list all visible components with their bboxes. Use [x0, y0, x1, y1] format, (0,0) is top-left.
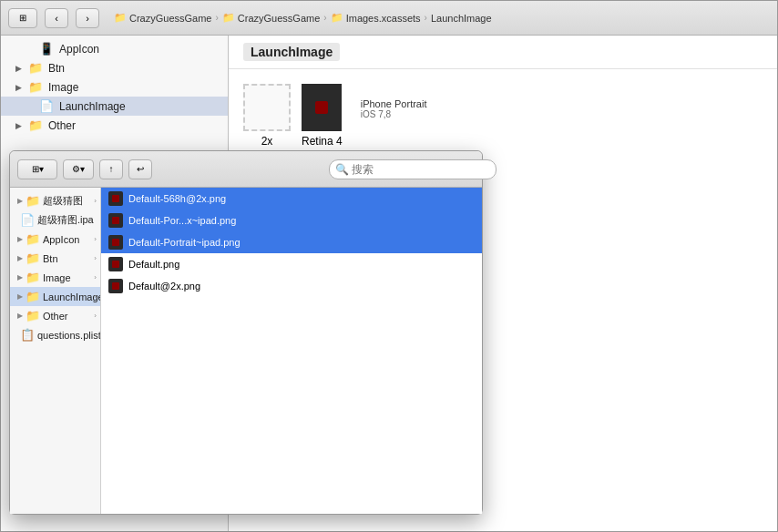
finder-label-launchimage: LaunchImage: [43, 292, 101, 302]
finder-item-image[interactable]: ▶ 📁 Image ›: [10, 268, 100, 287]
finder-left-panel: ▶ 📁 超级猜图 › 📄 超级猜图.ipa ▶ 📁 AppIcon ›: [10, 188, 101, 514]
folder-icon-chaoji: 📁: [26, 194, 40, 208]
page-title: LaunchImage: [243, 43, 340, 61]
finder-file-3[interactable]: Default-Portrait~ipad.png: [101, 231, 482, 253]
file-name-2: Default-Por...x~ipad.png: [128, 215, 236, 226]
folder-icon-launch: 📁: [26, 290, 40, 303]
arr-icon-5: ▶: [17, 273, 23, 281]
finder-item-launchimage[interactable]: ▶ 📁 LaunchImage ›: [10, 287, 100, 306]
arr-icon-6: ▶: [17, 292, 23, 301]
sidebar-item-launchimage[interactable]: 📄 LaunchImage: [1, 97, 228, 116]
finder-file-2[interactable]: Default-Por...x~ipad.png: [101, 210, 482, 231]
breadcrumb-sep-2: ›: [323, 13, 326, 23]
folder-icon-2: 📁: [222, 12, 235, 24]
file-icon-img-5: [108, 279, 123, 293]
sidebar-item-image[interactable]: ▶ 📁 Image: [1, 77, 228, 97]
placeholder-iphone78-2x: [243, 84, 291, 131]
dark-iphone78-retina4: [302, 84, 342, 131]
folder-icon: 📁: [114, 12, 127, 24]
sidebar-label-btn: Btn: [48, 62, 65, 75]
folder-icon-image: 📁: [26, 271, 40, 284]
breadcrumb: 📁 CrazyGuessGame › 📁 CrazyGuessGame › 📁 …: [114, 12, 492, 24]
share-icon: ↑: [109, 164, 114, 174]
finder-item-questions[interactable]: 📋 questions.plist: [10, 325, 100, 344]
folder-icon-3: 📁: [331, 12, 343, 24]
sidebar-item-appicon[interactable]: 📱 AppIcon: [1, 39, 228, 58]
appicon-icon: 📱: [39, 42, 54, 56]
file-icon-inner-3: [112, 239, 119, 246]
file-icon-img-2: [108, 213, 123, 228]
file-icon-plist: 📋: [20, 328, 35, 342]
finder-path-button[interactable]: ↩: [128, 159, 152, 179]
finder-item-other[interactable]: ▶ 📁 Other ›: [10, 306, 100, 325]
main-header: LaunchImage: [229, 36, 777, 69]
finder-gear-button[interactable]: ⚙▾: [63, 159, 94, 179]
breadcrumb-sep-1: ›: [215, 13, 218, 23]
right-arr-icon-3: ›: [94, 254, 97, 262]
arr-icon-4: ▶: [17, 254, 23, 262]
sidebar-label-appicon: AppIcon: [59, 43, 99, 56]
iphone78-retina4-label: Retina 4: [302, 135, 343, 148]
dark-inner-icon: [315, 101, 328, 114]
file-icon-img-1: [108, 191, 123, 206]
breadcrumb-item-2[interactable]: 📁 CrazyGuessGame: [222, 12, 320, 24]
breadcrumb-item-3[interactable]: 📁 Images.xcassets: [331, 12, 421, 24]
iphone-portrait-label: iPhone Portrait: [361, 98, 427, 109]
iphone78-2x-label: 2x: [261, 135, 273, 148]
path-icon: ↩: [137, 164, 144, 174]
file-name-5: Default@2x.png: [128, 281, 200, 292]
finder-item-btn[interactable]: ▶ 📁 Btn ›: [10, 249, 100, 268]
file-icon-inner-5: [112, 282, 119, 290]
sidebar-label-other: Other: [48, 119, 76, 132]
finder-toolbar: ⊞▾ ⚙▾ ↑ ↩ 🔍: [10, 151, 482, 188]
file-icon-inner-1: [112, 195, 119, 202]
finder-label-appicon: AppIcon: [43, 234, 79, 245]
file-icon-img-3: [108, 235, 123, 250]
btn-arrow: ▶: [15, 64, 25, 73]
finder-label-btn: Btn: [43, 253, 58, 264]
breadcrumb-item-4[interactable]: LaunchImage: [431, 13, 492, 24]
breadcrumb-label-4: LaunchImage: [431, 13, 492, 24]
finder-content: ▶ 📁 超级猜图 › 📄 超级猜图.ipa ▶ 📁 AppIcon ›: [10, 188, 482, 514]
search-icon: 🔍: [335, 163, 349, 176]
breadcrumb-item-1[interactable]: 📁 CrazyGuessGame: [114, 12, 211, 24]
finder-share-button[interactable]: ↑: [99, 159, 123, 179]
right-arr-icon-5: ›: [94, 292, 97, 301]
gear-icon: ⚙▾: [72, 164, 85, 174]
sidebar-label-launchimage: LaunchImage: [59, 100, 126, 113]
sidebar-item-other[interactable]: ▶ 📁 Other: [1, 116, 228, 135]
file-name-4: Default.png: [128, 259, 179, 270]
back-button[interactable]: ‹: [45, 8, 68, 28]
file-icon-img-4: [108, 257, 123, 271]
arr-icon: ▶: [17, 197, 23, 205]
finder-item-chaoji-ipa[interactable]: 📄 超级猜图.ipa: [10, 210, 100, 230]
finder-file-5[interactable]: Default@2x.png: [101, 275, 482, 297]
finder-file-4[interactable]: Default.png: [101, 253, 482, 275]
folder-icon-other: 📁: [26, 309, 40, 322]
iphone-portrait-sublabel: iOS 7,8: [361, 109, 391, 119]
finder-right-panel: Default-568h@2x.png Default-Por...x~ipad…: [101, 188, 482, 514]
file-name-1: Default-568h@2x.png: [128, 193, 226, 204]
finder-item-chaojicaitu[interactable]: ▶ 📁 超级猜图 ›: [10, 191, 100, 210]
finder-label-other: Other: [43, 311, 68, 322]
file-name-3: Default-Portrait~ipad.png: [128, 237, 241, 248]
right-arr-icon-6: ›: [94, 312, 97, 320]
sidebar-item-btn[interactable]: ▶ 📁 Btn: [1, 58, 228, 77]
finder-window: ⊞▾ ⚙▾ ↑ ↩ 🔍 ▶ 📁 超级: [9, 150, 483, 515]
grid-view-button[interactable]: ⊞: [8, 8, 37, 28]
other-folder-icon: 📁: [28, 118, 43, 132]
finder-grid-button[interactable]: ⊞▾: [17, 159, 57, 179]
right-arr-icon: ›: [94, 197, 97, 205]
forward-button[interactable]: ›: [76, 8, 99, 28]
folder-icon-btn: 📁: [26, 251, 40, 265]
image-folder-icon: 📁: [28, 80, 43, 94]
finder-item-appicon[interactable]: ▶ 📁 AppIcon ›: [10, 230, 100, 249]
breadcrumb-label-2: CrazyGuessGame: [238, 13, 320, 24]
other-arrow: ▶: [15, 121, 25, 130]
file-icon-inner-2: [112, 217, 119, 224]
grid-icon: ⊞▾: [32, 164, 44, 174]
finder-file-1[interactable]: Default-568h@2x.png: [101, 188, 482, 210]
finder-search-input[interactable]: [329, 159, 496, 179]
image-arrow: ▶: [15, 83, 25, 92]
file-icon-inner-4: [112, 261, 119, 268]
